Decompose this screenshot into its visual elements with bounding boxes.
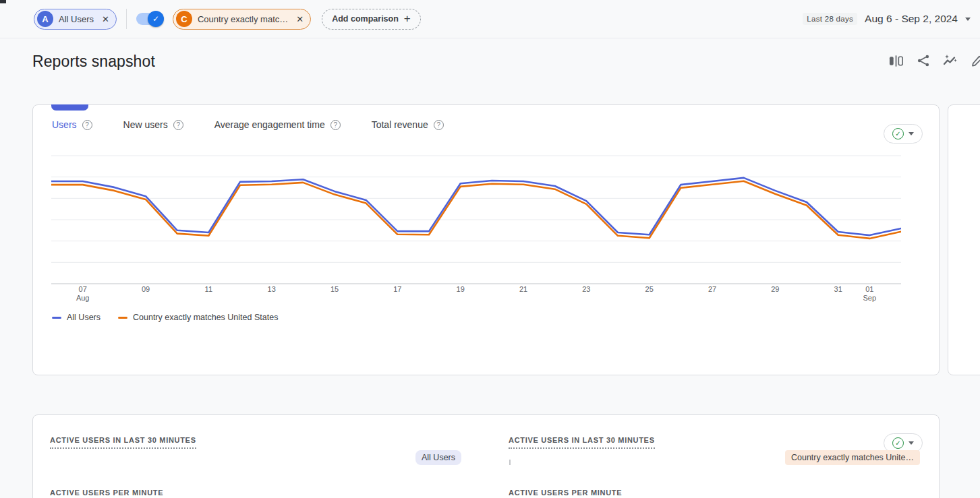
legend-swatch (52, 317, 61, 319)
tab-total-revenue[interactable]: Total revenue ? (372, 119, 444, 130)
svg-text:27: 27 (708, 285, 716, 293)
share-icon[interactable] (916, 54, 931, 67)
chevron-down-icon (965, 18, 971, 21)
comparison-bar: A All Users ✕ ✓ C Country exactly matc… … (0, 0, 980, 38)
comparison-chip-label: Country exactly matc… (198, 14, 288, 24)
svg-text:25: 25 (645, 285, 654, 293)
svg-text:23: 23 (582, 285, 590, 293)
toggle-check-icon: ✓ (148, 11, 164, 27)
chip-divider (126, 9, 127, 29)
edit-icon[interactable] (970, 54, 980, 67)
header-action-icons (889, 54, 980, 67)
metric-tabs: Users ? New users ? Average engagement t… (52, 119, 444, 130)
key-metrics-card: Users ? New users ? Average engagement t… (32, 104, 940, 375)
svg-text:29: 29 (771, 285, 779, 293)
tab-new-users[interactable]: New users ? (123, 119, 183, 130)
close-icon[interactable]: ✕ (102, 14, 109, 24)
svg-text:31: 31 (834, 285, 842, 293)
check-circle-icon: ✓ (892, 437, 904, 449)
tab-users[interactable]: Users ? (52, 119, 92, 130)
svg-text:19: 19 (457, 285, 465, 293)
clipped-corner-element (0, 0, 6, 3)
svg-text:01: 01 (865, 285, 873, 293)
active-users-30min-header: ACTIVE USERS IN LAST 30 MINUTES (509, 436, 655, 449)
active-users-per-minute-header: ACTIVE USERS PER MINUTE (50, 489, 163, 497)
legend-item-all-users: All Users (52, 313, 100, 322)
help-icon[interactable]: ? (330, 120, 341, 130)
realtime-card: ACTIVE USERS IN LAST 30 MINUTES ACTIVE U… (32, 414, 940, 498)
realtime-right-column: ACTIVE USERS IN LAST 30 MINUTES (509, 433, 655, 449)
comparison-badge-country: Country exactly matches Unite… (785, 450, 920, 465)
legend-swatch (118, 317, 127, 319)
active-users-per-minute-header: ACTIVE USERS PER MINUTE (509, 489, 622, 497)
comparison-chip-country[interactable]: C Country exactly matc… ✕ (173, 9, 311, 30)
add-comparison-button[interactable]: Add comparison + (322, 9, 421, 30)
chart-legend: All Users Country exactly matches United… (52, 313, 278, 322)
date-range-selector[interactable]: Last 28 days Aug 6 - Sep 2, 2024 (803, 13, 975, 25)
data-quality-dropdown[interactable]: ✓ (884, 124, 923, 144)
active-users-30min-header: ACTIVE USERS IN LAST 30 MINUTES (50, 436, 196, 449)
comparison-c-badge: C (176, 11, 192, 27)
ga4-reports-snapshot-page: A All Users ✕ ✓ C Country exactly matc… … (0, 0, 980, 498)
tab-average-engagement-time[interactable]: Average engagement time ? (214, 119, 341, 130)
comparison-chip-all-users[interactable]: A All Users ✕ (34, 9, 117, 30)
right-side-panel (948, 104, 980, 375)
comparison-chip-label: All Users (59, 14, 94, 24)
chevron-down-icon (909, 132, 914, 135)
page-title: Reports snapshot (32, 53, 155, 71)
check-circle-icon: ✓ (892, 128, 904, 139)
date-range-value: Aug 6 - Sep 2, 2024 (865, 13, 958, 25)
help-icon[interactable]: ? (173, 120, 183, 130)
selected-tab-indicator (51, 104, 88, 111)
svg-text:Aug: Aug (76, 294, 90, 302)
help-icon[interactable]: ? (434, 120, 444, 130)
date-preset-label: Last 28 days (803, 13, 857, 25)
svg-text:Sep: Sep (863, 294, 877, 302)
comparison-badge-all-users: All Users (415, 450, 461, 465)
svg-text:21: 21 (519, 285, 527, 293)
legend-item-country: Country exactly matches United States (118, 313, 278, 322)
realtime-left-column: ACTIVE USERS IN LAST 30 MINUTES (50, 433, 196, 449)
users-trend-line-chart[interactable]: 07Aug09111315171921232527293101Sep (51, 152, 901, 306)
help-icon[interactable]: ? (82, 120, 92, 130)
comparison-a-badge: A (37, 11, 53, 27)
comparison-icon[interactable] (889, 54, 904, 67)
svg-text:11: 11 (205, 285, 212, 293)
insights-icon[interactable] (943, 54, 958, 67)
chevron-down-icon (909, 441, 914, 445)
svg-text:13: 13 (268, 285, 276, 293)
add-comparison-label: Add comparison (332, 14, 399, 24)
plus-icon: + (404, 12, 411, 26)
loading-artifact (509, 460, 511, 465)
comparison-toggle[interactable]: ✓ (136, 13, 162, 25)
close-icon[interactable]: ✕ (296, 14, 304, 24)
svg-text:17: 17 (393, 285, 401, 293)
svg-text:09: 09 (142, 285, 150, 293)
svg-text:15: 15 (330, 285, 339, 293)
svg-text:07: 07 (79, 285, 87, 293)
